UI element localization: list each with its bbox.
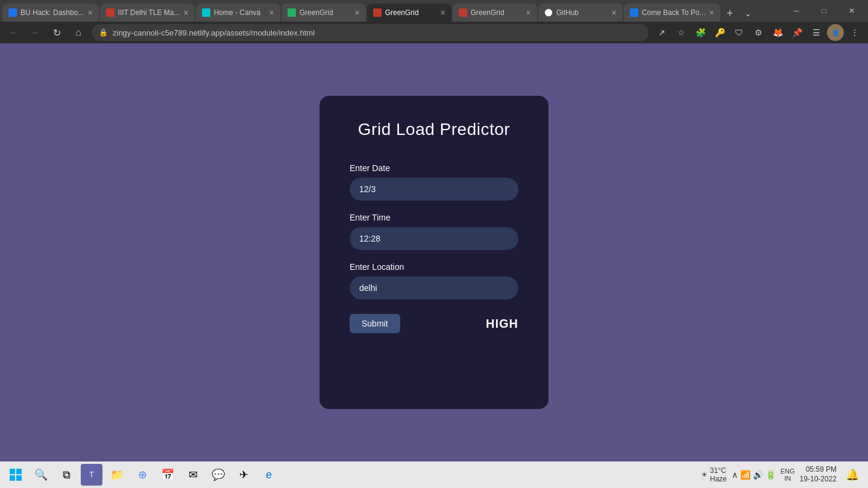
- ext3-icon[interactable]: 🛡: [731, 24, 747, 41]
- menu-icon[interactable]: ⋮: [846, 24, 863, 41]
- browser-chrome: BU Hack: Dashbo... × IIIT Delhi TLE Ma..…: [0, 0, 868, 43]
- mail-icon[interactable]: ✉: [182, 464, 204, 486]
- tab-favicon-bu: [8, 8, 17, 17]
- network-icon: 📶: [740, 470, 750, 480]
- tab-gg1[interactable]: GreenGrid ×: [281, 4, 366, 22]
- tab-close-iiit[interactable]: ×: [184, 8, 189, 17]
- taskview-button[interactable]: ⧉: [55, 464, 77, 486]
- notification-button[interactable]: 🔔: [841, 464, 863, 486]
- tab-favicon-github: [544, 8, 553, 17]
- svg-rect-3: [16, 475, 22, 481]
- explorer-icon[interactable]: 📁: [106, 464, 128, 486]
- back-button[interactable]: ←: [5, 24, 22, 41]
- volume-icon[interactable]: 🔊: [753, 470, 763, 480]
- clock-date: 19-10-2022: [800, 475, 837, 484]
- teams2-icon[interactable]: 💬: [207, 464, 229, 486]
- chrome-icon[interactable]: ⊕: [131, 464, 153, 486]
- weather-condition: Haze: [710, 475, 727, 483]
- tab-close-gg3[interactable]: ×: [526, 8, 531, 17]
- arrow-up-icon[interactable]: ∧: [732, 470, 738, 480]
- tab-label-gg1: GreenGrid: [300, 8, 351, 17]
- tab-bar: BU Hack: Dashbo... × IIIT Delhi TLE Ma..…: [0, 0, 868, 22]
- share-icon[interactable]: ↗: [653, 24, 670, 41]
- tab-label-iiit: IIIT Delhi TLE Ma...: [118, 8, 180, 17]
- ext7-icon[interactable]: ☰: [808, 24, 825, 41]
- tab-iiit[interactable]: IIIT Delhi TLE Ma... ×: [100, 4, 195, 22]
- tab-close-github[interactable]: ×: [612, 8, 617, 17]
- taskbar-clock: 05:59 PM 19-10-2022: [800, 465, 837, 484]
- profile-icon[interactable]: 👤: [827, 24, 844, 41]
- calendar-icon[interactable]: 📅: [157, 464, 178, 486]
- tab-favicon-iiit: [106, 8, 115, 17]
- url-text: zingy-cannoli-c5e789.netlify.app/assets/…: [113, 28, 315, 37]
- address-bar: ← → ↻ ⌂ 🔒 zingy-cannoli-c5e789.netlify.a…: [0, 22, 868, 43]
- language-indicator: ENGIN: [781, 468, 795, 482]
- tab-favicon-canva: [202, 8, 210, 17]
- tab-label-bu: BU Hack: Dashbo...: [20, 8, 84, 17]
- tab-label-back: Come Back To Po...: [642, 8, 706, 17]
- tab-close-canva[interactable]: ×: [269, 8, 274, 17]
- edge-icon[interactable]: e: [258, 464, 280, 486]
- teams-taskbar-icon[interactable]: T: [81, 464, 102, 486]
- predictor-card: Grid Load Predictor Enter Date Enter Tim…: [319, 96, 549, 409]
- ext5-icon[interactable]: 🦊: [769, 24, 786, 41]
- date-group: Enter Date: [350, 163, 518, 201]
- clock-time: 05:59 PM: [800, 465, 837, 475]
- lock-icon: 🔒: [99, 28, 108, 37]
- tab-canva[interactable]: Home - Canva ×: [196, 4, 280, 22]
- windows-start-button[interactable]: [5, 464, 27, 486]
- card-title: Grid Load Predictor: [350, 120, 518, 139]
- home-button[interactable]: ⌂: [70, 24, 87, 41]
- bookmark-icon[interactable]: ☆: [673, 24, 690, 41]
- tab-close-back[interactable]: ×: [709, 8, 714, 17]
- weather-info: 31°C Haze: [710, 466, 727, 483]
- tab-close-bu[interactable]: ×: [87, 8, 92, 17]
- tab-github[interactable]: GitHub ×: [538, 4, 623, 22]
- time-group: Enter Time: [350, 213, 518, 250]
- taskbar: 🔍 ⧉ T 📁 ⊕ 📅 ✉ 💬 ✈ e ☀ 31°C Haze ∧ 📶 🔊 🔋 …: [0, 461, 868, 488]
- tab-label-canva: Home - Canva: [214, 8, 266, 17]
- main-content: Grid Load Predictor Enter Date Enter Tim…: [0, 43, 868, 461]
- tab-favicon-gg3: [459, 8, 467, 17]
- time-label: Enter Time: [350, 213, 518, 222]
- tab-gg3[interactable]: GreenGrid ×: [453, 4, 537, 22]
- svg-rect-2: [10, 475, 15, 481]
- svg-rect-1: [16, 469, 22, 474]
- close-button[interactable]: ✕: [838, 0, 866, 22]
- tab-label-gg2: GreenGrid: [385, 8, 437, 17]
- ext1-icon[interactable]: 🧩: [692, 24, 709, 41]
- taskbar-weather: ☀ 31°C Haze: [701, 466, 727, 483]
- tab-label-gg3: GreenGrid: [471, 8, 523, 17]
- search-taskbar-button[interactable]: 🔍: [30, 464, 52, 486]
- reload-button[interactable]: ↻: [48, 24, 65, 41]
- tab-overflow-button[interactable]: ⌄: [740, 5, 756, 22]
- new-tab-button[interactable]: +: [722, 5, 738, 22]
- tab-favicon-back: [630, 8, 638, 17]
- forward-button[interactable]: →: [27, 24, 43, 41]
- minimize-button[interactable]: ─: [782, 0, 810, 22]
- tab-close-gg2[interactable]: ×: [441, 8, 445, 17]
- taskbar-left: 🔍 ⧉ T 📁 ⊕ 📅 ✉ 💬 ✈ e: [5, 464, 280, 486]
- tab-back[interactable]: Come Back To Po... ×: [624, 4, 720, 22]
- telegram-icon[interactable]: ✈: [233, 464, 254, 486]
- toolbar-icons: ↗ ☆ 🧩 🔑 🛡 ⚙ 🦊 📌 ☰ 👤 ⋮: [653, 24, 863, 41]
- tab-label-github: GitHub: [556, 8, 608, 17]
- time-input[interactable]: [350, 227, 518, 250]
- date-input[interactable]: [350, 178, 518, 201]
- location-label: Enter Location: [350, 262, 518, 272]
- submit-button[interactable]: Submit: [350, 314, 400, 333]
- result-text: HIGH: [486, 317, 518, 331]
- svg-rect-0: [10, 469, 15, 474]
- maximize-button[interactable]: □: [810, 0, 838, 22]
- ext2-icon[interactable]: 🔑: [711, 24, 728, 41]
- tab-gg2[interactable]: GreenGrid ×: [367, 4, 451, 22]
- ext4-icon[interactable]: ⚙: [750, 24, 767, 41]
- url-bar[interactable]: 🔒 zingy-cannoli-c5e789.netlify.app/asset…: [92, 24, 649, 41]
- ext6-icon[interactable]: 📌: [788, 24, 805, 41]
- tab-close-gg1[interactable]: ×: [355, 8, 360, 17]
- taskbar-right: ☀ 31°C Haze ∧ 📶 🔊 🔋 ENGIN 05:59 PM 19-10…: [701, 464, 863, 486]
- location-input[interactable]: [350, 277, 518, 299]
- weather-temp: 31°C: [710, 466, 727, 475]
- date-label: Enter Date: [350, 163, 518, 173]
- tab-bu[interactable]: BU Hack: Dashbo... ×: [2, 4, 99, 22]
